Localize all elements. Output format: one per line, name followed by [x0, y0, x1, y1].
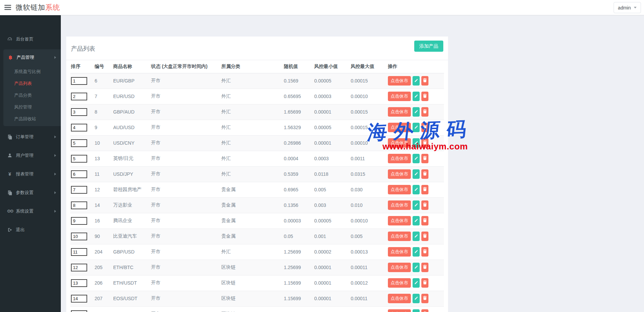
- edit-button[interactable]: [413, 123, 420, 132]
- delete-button[interactable]: [421, 92, 428, 101]
- delete-button[interactable]: [421, 216, 428, 225]
- sort-input[interactable]: [71, 77, 87, 85]
- sort-input[interactable]: [71, 170, 87, 178]
- delete-button[interactable]: [421, 232, 428, 241]
- sort-input[interactable]: [71, 233, 87, 240]
- edit-button[interactable]: [413, 107, 420, 117]
- sidebar-subitem-product-category[interactable]: 产品分类: [3, 89, 61, 101]
- sidebar-subitem-profit-ratio[interactable]: 系统盈亏比例: [3, 66, 61, 77]
- sort-input[interactable]: [71, 201, 87, 209]
- delete-button[interactable]: [421, 123, 428, 132]
- product-id-cell: 205: [94, 260, 113, 275]
- edit-button[interactable]: [413, 278, 420, 288]
- sidebar-subitem-risk-management[interactable]: 风控管理: [3, 101, 61, 113]
- close-market-button[interactable]: 点击休市: [388, 294, 411, 303]
- documents-icon: [7, 190, 13, 195]
- delete-button[interactable]: [421, 278, 428, 288]
- close-market-button[interactable]: 点击休市: [388, 216, 411, 225]
- col-header-status: 状态 (大盘正常开市时间内): [150, 60, 221, 73]
- sort-input[interactable]: [71, 139, 87, 147]
- trash-icon: [423, 109, 427, 115]
- close-market-button[interactable]: 点击休市: [388, 263, 411, 272]
- delete-button[interactable]: [421, 263, 428, 272]
- edit-button[interactable]: [413, 154, 420, 163]
- delete-button[interactable]: [421, 169, 428, 179]
- edit-button[interactable]: [413, 309, 420, 312]
- edit-button[interactable]: [413, 169, 420, 179]
- delete-button[interactable]: [421, 294, 428, 303]
- chevron-right-icon: [54, 136, 56, 138]
- close-market-button[interactable]: 点击休市: [388, 309, 411, 312]
- delete-button[interactable]: [421, 107, 428, 117]
- sort-input[interactable]: [71, 124, 87, 131]
- edit-button[interactable]: [413, 200, 420, 210]
- risk-min-cell: 0.00003: [314, 89, 350, 104]
- delete-button[interactable]: [421, 309, 428, 312]
- sort-input[interactable]: [71, 155, 87, 163]
- sidebar-item-home[interactable]: 后台首页: [0, 32, 61, 47]
- product-id-cell: 16: [94, 213, 113, 229]
- risk-min-cell: 0.003: [314, 197, 350, 213]
- sort-input[interactable]: [71, 93, 87, 100]
- close-market-button[interactable]: 点击休市: [388, 92, 411, 101]
- edit-button[interactable]: [413, 76, 420, 86]
- category-cell: 外汇: [221, 89, 283, 104]
- close-market-button[interactable]: 点击休市: [388, 185, 411, 194]
- sort-input[interactable]: [71, 295, 87, 303]
- sort-input[interactable]: [71, 279, 87, 287]
- delete-button[interactable]: [421, 185, 428, 194]
- risk-max-cell: 0.00015: [350, 104, 387, 120]
- edit-button[interactable]: [413, 294, 420, 303]
- sidebar-item-product-management[interactable]: ฿ 产品管理: [3, 49, 61, 66]
- close-market-button[interactable]: 点击休市: [388, 154, 411, 163]
- close-market-button[interactable]: 点击休市: [388, 232, 411, 241]
- close-market-button[interactable]: 点击休市: [388, 123, 411, 132]
- dashboard-icon: [7, 37, 13, 42]
- category-cell: 贵金属: [221, 182, 283, 197]
- sort-input[interactable]: [71, 108, 87, 116]
- random-value-cell: 1.56329: [283, 120, 314, 135]
- product-id-cell: 10: [94, 135, 113, 151]
- sidebar-item-orders[interactable]: 订单管理: [0, 127, 61, 146]
- user-dropdown[interactable]: admin: [614, 2, 641, 13]
- close-market-button[interactable]: 点击休市: [388, 76, 411, 86]
- edit-button[interactable]: [413, 185, 420, 194]
- sidebar-item-params[interactable]: 参数设置: [0, 183, 61, 202]
- delete-button[interactable]: [421, 247, 428, 257]
- hamburger-menu-icon[interactable]: [0, 0, 16, 15]
- delete-button[interactable]: [421, 154, 428, 163]
- random-value-cell: 0.1356: [283, 197, 314, 213]
- sidebar-subitem-product-list[interactable]: 产品列表: [3, 77, 61, 89]
- sort-input[interactable]: [71, 217, 87, 225]
- edit-button[interactable]: [413, 216, 420, 225]
- risk-max-cell: 0.00010: [350, 89, 387, 104]
- sidebar-item-logout[interactable]: 退出: [0, 220, 61, 239]
- sidebar-item-users[interactable]: 用户管理: [0, 146, 61, 165]
- sort-input[interactable]: [71, 264, 87, 271]
- close-market-button[interactable]: 点击休市: [388, 138, 411, 148]
- sort-input[interactable]: [71, 310, 87, 312]
- edit-button[interactable]: [413, 232, 420, 241]
- sort-input[interactable]: [71, 248, 87, 256]
- delete-button[interactable]: [421, 138, 428, 148]
- random-value-cell: 0.6965: [283, 182, 314, 197]
- random-value-cell: 0.1569: [283, 73, 314, 89]
- delete-button[interactable]: [421, 76, 428, 86]
- close-market-button[interactable]: 点击休市: [388, 200, 411, 210]
- sidebar-subitem-product-recycle[interactable]: 产品回收站: [3, 113, 61, 125]
- product-name-cell: 英镑/日元: [113, 151, 150, 166]
- pencil-icon: [414, 78, 418, 83]
- edit-button[interactable]: [413, 138, 420, 148]
- close-market-button[interactable]: 点击休市: [388, 247, 411, 257]
- sort-input[interactable]: [71, 186, 87, 194]
- add-product-button[interactable]: 添加产品: [414, 41, 443, 52]
- delete-button[interactable]: [421, 200, 428, 210]
- edit-button[interactable]: [413, 247, 420, 257]
- sidebar-item-reports[interactable]: ¥ 报表管理: [0, 165, 61, 183]
- sidebar-item-system-settings[interactable]: ⚙⚙ 系统设置: [0, 202, 61, 220]
- close-market-button[interactable]: 点击休市: [388, 278, 411, 288]
- close-market-button[interactable]: 点击休市: [388, 107, 411, 117]
- edit-button[interactable]: [413, 92, 420, 101]
- edit-button[interactable]: [413, 263, 420, 272]
- close-market-button[interactable]: 点击休市: [388, 169, 411, 179]
